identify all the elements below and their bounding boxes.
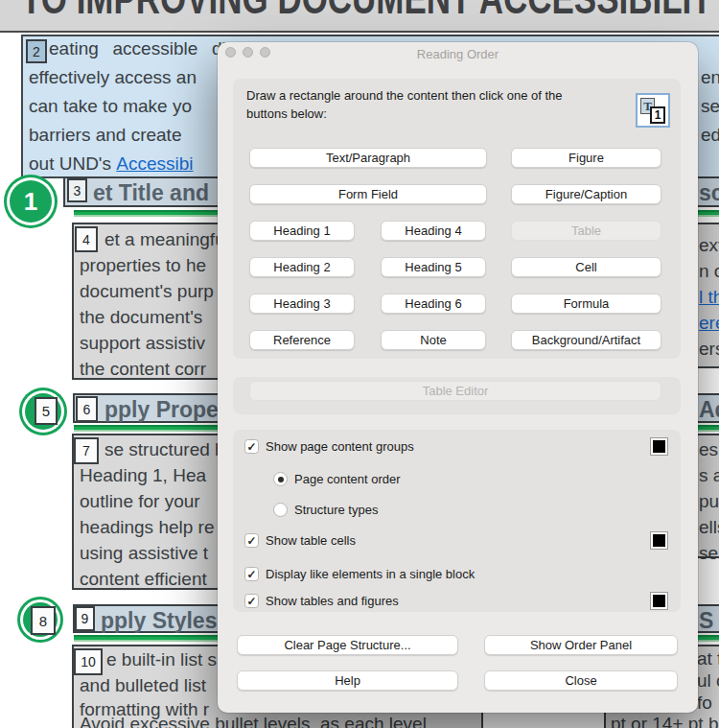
reference-button[interactable]: Reference [249, 330, 355, 350]
body1-line2: properties to he [80, 255, 206, 275]
body2-line1: se structured h [104, 439, 225, 459]
heading-2-text: pply Proper [104, 397, 227, 423]
order-number-icon: 1 [650, 106, 665, 124]
show-table-cells-label: Show table cells [266, 533, 356, 548]
figure-button[interactable]: Figure [511, 148, 661, 168]
body1-line6: the content corr [80, 359, 206, 379]
body1-right5: ers [699, 339, 719, 359]
region-number-5[interactable]: 5 [35, 397, 58, 425]
body3-right1: at f [697, 648, 719, 669]
body2-right5: se [699, 543, 718, 563]
check-icon: ✓ [246, 441, 256, 453]
body2-right1: es [699, 439, 718, 459]
body2-right4: ells [699, 517, 719, 537]
body2-right2: s a [699, 465, 719, 485]
body1-right2: n o [699, 261, 719, 281]
formula-button[interactable]: Formula [511, 294, 661, 314]
note-button[interactable]: Note [381, 330, 486, 350]
region-number-4[interactable]: 4 [75, 226, 98, 252]
show-tables-figures-label: Show tables and figures [266, 594, 399, 608]
body1-right1: ext [699, 235, 719, 255]
figure-caption-button[interactable]: Figure/Caption [511, 184, 661, 204]
body3-line4: Avoid excessive bullet levels, as each l… [80, 714, 427, 728]
show-page-content-groups-label: Show page content groups [266, 439, 414, 454]
body1-line3: document's purp [80, 281, 214, 301]
body3-right3: fo [697, 693, 712, 713]
heading-6-button[interactable]: Heading 6 [381, 294, 486, 314]
document-title: TO IMPROVING DOCUMENT ACCESSIBILITY [21, 0, 719, 24]
page-content-order-label: Page content order [294, 472, 401, 486]
heading-3-text: pply Styles [101, 608, 217, 634]
background-artifact-button[interactable]: Background/Artifact [511, 330, 661, 350]
region-number-7[interactable]: 7 [74, 437, 99, 464]
document-title-band: TO IMPROVING DOCUMENT ACCESSIBILITY [0, 0, 719, 33]
instruction-line-1: Draw a rectangle around the content then… [246, 88, 563, 103]
intro-line-3-right: se [701, 96, 719, 116]
dialog-title: Reading Order [218, 47, 698, 61]
clear-page-structure-button[interactable]: Clear Page Structure... [237, 635, 458, 655]
heading-1-button[interactable]: Heading 1 [249, 221, 355, 241]
region-number-10[interactable]: 10 [74, 648, 103, 675]
heading-1-right-fragment: sc [699, 180, 719, 206]
body3-line2: and bulleted list [80, 675, 206, 695]
heading-5-button[interactable]: Heading 5 [381, 257, 486, 277]
close-button[interactable]: Close [484, 670, 678, 691]
intro-line-4-right: ed [701, 125, 719, 145]
body2-right3: pu [699, 491, 719, 511]
heading-2-right-fragment: Ad [699, 397, 719, 423]
show-table-cells-checkbox[interactable]: ✓ [244, 533, 259, 548]
table-editor-button: Table Editor [249, 381, 661, 401]
body1-right4-link[interactable]: ere [699, 313, 719, 333]
structure-types-label: Structure types [294, 503, 378, 517]
page-content-groups-color-swatch[interactable] [650, 437, 668, 456]
region-number-3[interactable]: 3 [67, 178, 87, 202]
intro-line-2-left: effectively access an [29, 67, 197, 87]
body3-line1: e built-in list s [106, 649, 217, 669]
region-number-9[interactable]: 9 [75, 606, 95, 631]
tables-figures-color-swatch[interactable] [650, 592, 668, 610]
intro-line-3-left: can take to make yo [29, 96, 192, 116]
form-field-button[interactable]: Form Field [249, 184, 487, 204]
region-number-6[interactable]: 6 [76, 396, 98, 422]
intro-line-4-left: barriers and create [29, 125, 181, 145]
page-content-order-radio[interactable] [273, 472, 288, 486]
display-like-elements-checkbox[interactable]: ✓ [244, 567, 259, 581]
cell-button[interactable]: Cell [511, 257, 661, 277]
structure-type-icon: T 1 [636, 93, 670, 128]
body1-right3-link[interactable]: l th [699, 287, 719, 307]
heading-1-text: et Title and [93, 180, 209, 206]
body1-line5: support assistiv [80, 333, 205, 353]
intro-line-5: out UND's Accessibi [29, 153, 194, 174]
show-tables-figures-checkbox[interactable]: ✓ [244, 594, 259, 608]
body1-line4: the document's [80, 307, 202, 327]
heading-3-button[interactable]: Heading 3 [249, 294, 355, 314]
acrobat-page: TO IMPROVING DOCUMENT ACCESSIBILITY 2 ea… [0, 0, 719, 728]
step-circle-1: 1 [10, 180, 52, 223]
show-order-panel-button[interactable]: Show Order Panel [484, 635, 678, 655]
body1-line1: et a meaningfu [104, 229, 225, 249]
check-icon: ✓ [246, 569, 256, 580]
help-button[interactable]: Help [237, 670, 458, 691]
display-like-elements-label: Display like elements in a single block [266, 567, 475, 581]
check-icon: ✓ [246, 535, 256, 547]
intro-line-2-right: en [701, 67, 719, 87]
options-panel [233, 430, 681, 612]
heading-2-button[interactable]: Heading 2 [249, 257, 355, 277]
body3-right4: pt or 14+ pt b [611, 714, 719, 728]
text-paragraph-button[interactable]: Text/Paragraph [249, 148, 487, 168]
region-number-8[interactable]: 8 [31, 606, 56, 635]
body3-right2: ul c [697, 670, 719, 691]
body2-line4: headings help re [80, 517, 215, 537]
table-button: Table [511, 221, 661, 241]
accessibility-link[interactable]: Accessibi [116, 153, 193, 174]
structure-types-radio[interactable] [273, 503, 288, 517]
region-number-2[interactable]: 2 [26, 39, 47, 63]
show-page-content-groups-checkbox[interactable]: ✓ [244, 439, 259, 454]
check-icon: ✓ [246, 596, 256, 607]
heading-3-right-fragment: S [699, 608, 713, 634]
table-cells-color-swatch[interactable] [650, 531, 668, 550]
body2-line2: Heading 1, Hea [80, 465, 206, 485]
radio-dot [278, 477, 284, 482]
heading-4-button[interactable]: Heading 4 [381, 221, 486, 241]
body2-line6: content efficient [80, 569, 207, 589]
